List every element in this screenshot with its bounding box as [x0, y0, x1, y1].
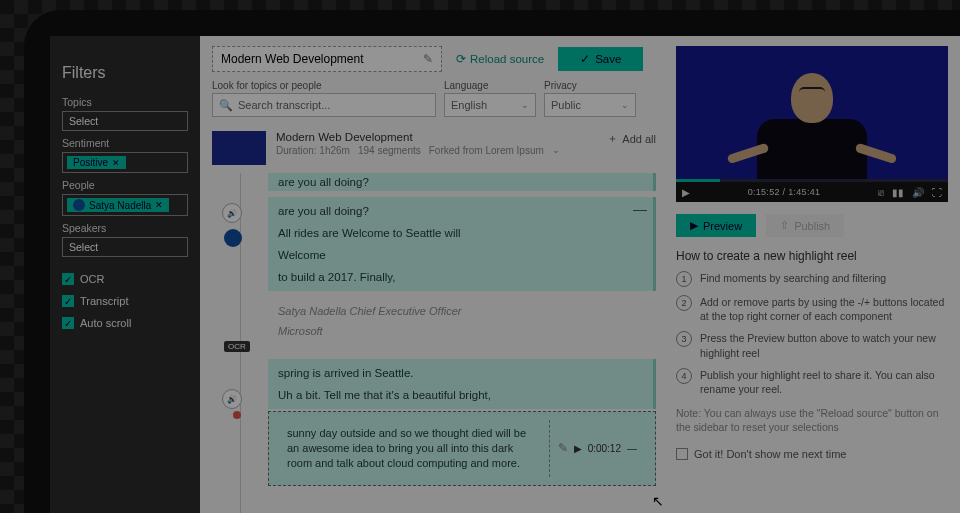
fullscreen-icon[interactable]: ⛶	[932, 187, 942, 198]
howto-step: 3Press the Preview button above to watch…	[676, 331, 948, 359]
main-panel: Modern Web Development ✎ ⟳ Reload source…	[200, 36, 668, 513]
play-icon: ▶	[690, 219, 698, 232]
people-label: People	[62, 179, 188, 191]
speakers-label: Speakers	[62, 222, 188, 234]
right-panel: ▶ 0:15:52 / 1:45:41 ⎚ ▮▮ 🔊 ⛶ ▶ Preview ⇧…	[668, 36, 960, 513]
check-icon: ✓	[62, 317, 74, 329]
reload-label: Reload source	[470, 53, 544, 65]
howto-note: Note: You can always use the "Reload sou…	[676, 406, 948, 434]
publish-button: ⇧ Publish	[766, 214, 844, 237]
filters-sidebar: Filters Topics Select Sentiment Positive…	[50, 36, 200, 513]
search-placeholder: Search transcript...	[238, 99, 330, 111]
volume-icon[interactable]: 🔊	[912, 187, 924, 198]
privacy-value: Public	[551, 99, 581, 111]
privacy-label: Privacy	[544, 80, 636, 91]
privacy-select[interactable]: Public ⌄	[544, 93, 636, 117]
ocr-label: OCR	[80, 273, 104, 285]
segment-timestamp: 0:00:12	[588, 443, 621, 454]
chip-label: Positive	[73, 157, 108, 168]
source-duration: Duration: 1h26m	[276, 145, 350, 156]
presenter-figure	[757, 73, 867, 189]
segment-text: are you all doing?	[278, 176, 369, 188]
transcript-segment[interactable]: — are you all doing? All rides are Welco…	[268, 197, 656, 291]
segment-text: Welcome	[278, 249, 643, 261]
step-text: Find moments by searching and filtering	[700, 271, 886, 287]
play-icon[interactable]: ▶	[682, 187, 690, 198]
topics-select[interactable]: Select	[62, 111, 188, 131]
ocr-checkbox[interactable]: ✓OCR	[62, 273, 188, 285]
check-icon: ✓	[62, 273, 74, 285]
reel-title-input[interactable]: Modern Web Development ✎	[212, 46, 442, 72]
speakers-select[interactable]: Select	[62, 237, 188, 257]
sentiment-chip-positive[interactable]: Positive ✕	[67, 156, 126, 169]
check-icon: ✓	[580, 52, 590, 66]
step-number: 1	[676, 271, 692, 287]
audio-node-icon: 🔊	[222, 389, 242, 409]
save-button[interactable]: ✓ Save	[558, 47, 643, 71]
video-player[interactable]: ▶ 0:15:52 / 1:45:41 ⎚ ▮▮ 🔊 ⛶	[676, 46, 948, 202]
segment-text: Uh a bit. Tell me that it's a beautiful …	[278, 389, 643, 401]
chevron-down-icon[interactable]: ⌄	[552, 145, 560, 156]
ocr-text: Satya Nadella Chief Executive Officer	[278, 305, 646, 317]
source-title: Modern Web Development	[276, 131, 560, 143]
add-all-button[interactable]: ＋ Add all	[607, 131, 656, 146]
transcript-segment[interactable]: spring is arrived in Seattle. Uh a bit. …	[268, 359, 656, 409]
source-forked: Forked from Lorem Ipsum	[429, 145, 544, 156]
segment-text: sunny day outside and so we thought died…	[279, 420, 549, 477]
step-number: 2	[676, 295, 692, 311]
remove-segment-button[interactable]: —	[627, 443, 637, 454]
reload-source-button[interactable]: ⟳ Reload source	[456, 52, 544, 66]
people-select[interactable]: Satya Nadella ✕	[62, 194, 188, 216]
language-label: Language	[444, 80, 536, 91]
segment-text: All rides are Welcome to Seattle will	[278, 227, 643, 239]
remove-chip-icon[interactable]: ✕	[155, 200, 163, 210]
language-value: English	[451, 99, 487, 111]
howto-step: 1Find moments by searching and filtering	[676, 271, 948, 287]
sentiment-select[interactable]: Positive ✕	[62, 152, 188, 173]
marker-dot-icon	[233, 411, 241, 419]
source-thumbnail	[212, 131, 266, 165]
edit-icon[interactable]: ✎	[558, 441, 568, 455]
people-chip-nadella[interactable]: Satya Nadella ✕	[67, 198, 169, 212]
active-transcript-segment[interactable]: sunny day outside and so we thought died…	[268, 411, 656, 486]
plus-icon: ＋	[607, 131, 618, 146]
ocr-badge: OCR	[224, 341, 250, 352]
video-controls: ▶ 0:15:52 / 1:45:41 ⎚ ▮▮ 🔊 ⛶	[676, 182, 948, 202]
ocr-text: Microsoft	[278, 325, 646, 337]
upload-icon: ⇧	[780, 219, 789, 232]
ocr-segment: Satya Nadella Chief Executive Officer Mi…	[268, 297, 656, 353]
search-label: Look for topics or people	[212, 80, 436, 91]
gotit-checkbox[interactable]: Got it! Don't show me next time	[676, 448, 948, 460]
play-icon[interactable]: ▶	[574, 443, 582, 454]
filters-title: Filters	[62, 64, 188, 82]
chip-label: Satya Nadella	[89, 200, 151, 211]
howto-steps: 1Find moments by searching and filtering…	[676, 271, 948, 396]
howto-step: 2Add or remove parts by using the -/+ bu…	[676, 295, 948, 323]
autoscroll-checkbox[interactable]: ✓Auto scroll	[62, 317, 188, 329]
gotit-label: Got it! Don't show me next time	[694, 448, 847, 460]
checkbox-icon	[676, 448, 688, 460]
chevron-down-icon: ⌄	[521, 100, 529, 110]
transcript-segment[interactable]: are you all doing?	[268, 173, 656, 191]
step-number: 3	[676, 331, 692, 347]
howto-step: 4Publish your highlight reel to share it…	[676, 368, 948, 396]
autoscroll-label: Auto scroll	[80, 317, 131, 329]
search-icon: 🔍	[219, 99, 233, 112]
transcript-checkbox[interactable]: ✓Transcript	[62, 295, 188, 307]
remove-chip-icon[interactable]: ✕	[112, 158, 120, 168]
add-all-label: Add all	[622, 133, 656, 145]
quality-icon[interactable]: ▮▮	[892, 187, 904, 198]
save-label: Save	[595, 53, 621, 65]
source-segments: 194 segments	[358, 145, 421, 156]
remove-segment-button[interactable]: —	[633, 201, 647, 217]
refresh-icon: ⟳	[456, 52, 466, 66]
topics-label: Topics	[62, 96, 188, 108]
language-select[interactable]: English ⌄	[444, 93, 536, 117]
edit-icon[interactable]: ✎	[423, 52, 433, 66]
video-time: 0:15:52 / 1:45:41	[748, 187, 821, 197]
preview-button[interactable]: ▶ Preview	[676, 214, 756, 237]
search-input[interactable]: 🔍 Search transcript...	[212, 93, 436, 117]
cast-icon[interactable]: ⎚	[878, 187, 884, 198]
step-text: Publish your highlight reel to share it.…	[700, 368, 948, 396]
transcript-timeline: 🔊 OCR 🔊 are you all doing? — are you all…	[212, 173, 656, 513]
